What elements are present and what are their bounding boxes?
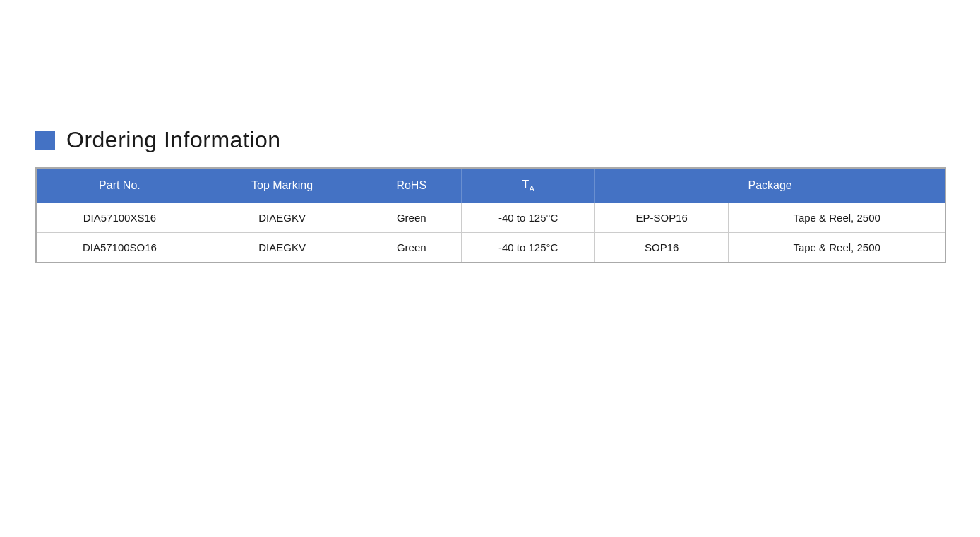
cell-pkg2-1: Tape & Reel, 2500 <box>729 203 945 233</box>
cell-part-no-1: DIA57100XS16 <box>36 203 203 233</box>
col-header-package: Package <box>595 168 945 203</box>
col-header-part-no: Part No. <box>36 168 203 203</box>
section-header: Ordering Information <box>35 127 945 153</box>
section-icon <box>35 131 55 150</box>
cell-rohs-2: Green <box>361 233 462 263</box>
cell-part-no-2: DIA57100SO16 <box>36 233 203 263</box>
col-header-ta: TA <box>462 168 595 203</box>
cell-pkg2-2: Tape & Reel, 2500 <box>729 233 945 263</box>
cell-pkg1-2: SOP16 <box>595 233 729 263</box>
cell-pkg1-1: EP-SOP16 <box>595 203 729 233</box>
cell-ta-1: -40 to 125°C <box>462 203 595 233</box>
col-header-rohs: RoHS <box>361 168 462 203</box>
cell-marking-1: DIAEGKV <box>203 203 361 233</box>
table-row: DIA57100SO16 DIAEGKV Green -40 to 125°C … <box>36 233 945 263</box>
table-header-row: Part No. Top Marking RoHS TA Package <box>36 168 945 203</box>
section-title: Ordering Information <box>66 127 280 153</box>
col-header-top-marking: Top Marking <box>203 168 361 203</box>
table-row: DIA57100XS16 DIAEGKV Green -40 to 125°C … <box>36 203 945 233</box>
cell-rohs-1: Green <box>361 203 462 233</box>
ordering-table: Part No. Top Marking RoHS TA Package DIA… <box>35 167 946 263</box>
cell-ta-2: -40 to 125°C <box>462 233 595 263</box>
cell-marking-2: DIAEGKV <box>203 233 361 263</box>
page-container: Ordering Information Part No. Top Markin… <box>0 0 980 537</box>
